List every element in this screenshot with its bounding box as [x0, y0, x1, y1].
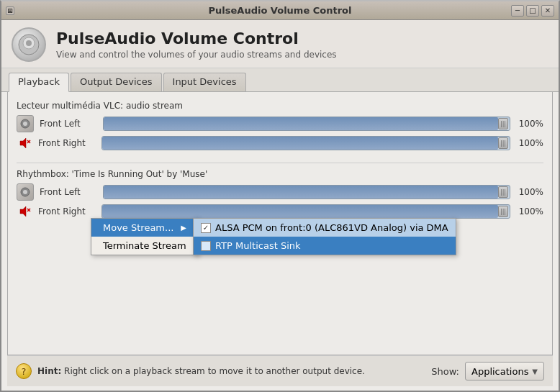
rhythmbox-stream-section: Rhythmbox: 'Time Is Running Out' by 'Mus…	[17, 169, 543, 219]
hint-icon: ?	[16, 363, 32, 379]
rhythmbox-front-left-row: Front Left ||| 100%	[17, 183, 543, 201]
app-title: PulseAudio Volume Control	[56, 29, 337, 47]
rhythmbox-front-right-row: Front Right ||| 100%	[17, 204, 543, 219]
context-terminate-stream[interactable]: Terminate Stream	[91, 237, 198, 255]
rhythmbox-front-right-handle[interactable]: |||	[498, 206, 508, 217]
close-button[interactable]: ✕	[541, 5, 554, 17]
show-dropdown[interactable]: Applications ▼	[465, 362, 544, 380]
vlc-front-right-label: Front Right	[38, 138, 96, 148]
main-window: ⊞ PulseAudio Volume Control − □ ✕ PulseA…	[0, 0, 560, 392]
rhythmbox-front-right-pct: 100%	[516, 206, 543, 216]
title-bar: ⊞ PulseAudio Volume Control − □ ✕	[1, 1, 559, 20]
rtp-checkbox-icon	[201, 241, 211, 251]
submenu-rtp-multicast[interactable]: RTP Multicast Sink	[194, 237, 456, 255]
vlc-front-left-label: Front Left	[40, 119, 97, 129]
app-icon	[12, 27, 46, 62]
window-title: PulseAudio Volume Control	[209, 5, 352, 16]
vlc-front-right-handle[interactable]: |||	[498, 137, 508, 149]
window-menu-button[interactable]: ⊞	[6, 6, 14, 15]
maximize-button[interactable]: □	[526, 5, 539, 17]
vlc-stream-section: Lecteur multimédia VLC: audio stream Fro…	[17, 101, 543, 151]
hint-bar: ? Hint: Right click on a playback stream…	[7, 355, 553, 386]
svg-point-2	[26, 40, 32, 46]
rhythmbox-front-left-slider[interactable]: |||	[103, 185, 510, 199]
rhythmbox-front-right-slider[interactable]: |||	[101, 204, 510, 219]
rhythmbox-stream-label: Rhythmbox: 'Time Is Running Out' by 'Mus…	[17, 169, 543, 179]
submenu-arrow-icon: ▶	[181, 224, 186, 232]
submenu: ✓ ALSA PCM on front:0 (ALC861VD Analog) …	[193, 218, 456, 255]
app-title-block: PulseAudio Volume Control View and contr…	[56, 29, 337, 60]
tabs-bar: Playback Output Devices Input Devices	[1, 68, 559, 92]
dropdown-arrow-icon: ▼	[532, 368, 538, 375]
rhythmbox-front-left-pct: 100%	[516, 187, 543, 197]
svg-marker-10	[20, 206, 26, 216]
vlc-icon	[17, 115, 34, 132]
tab-playback[interactable]: Playback	[9, 73, 69, 92]
vlc-mute-button[interactable]	[17, 135, 32, 151]
stream-divider	[17, 163, 543, 163]
tab-output-devices[interactable]: Output Devices	[71, 73, 162, 91]
tab-input-devices[interactable]: Input Devices	[163, 73, 246, 91]
svg-point-4	[23, 122, 27, 126]
alsa-checkbox-icon: ✓	[201, 223, 211, 233]
rhythmbox-mute-button[interactable]	[17, 204, 32, 219]
content-area: Lecteur multimédia VLC: audio stream Fro…	[7, 92, 553, 355]
vlc-front-right-pct: 100%	[516, 138, 543, 148]
vlc-front-right-row: Front Right ||| 100%	[17, 135, 543, 151]
rhythmbox-front-left-label: Front Left	[40, 187, 97, 197]
vlc-front-left-pct: 100%	[516, 119, 543, 129]
rhythmbox-front-right-label: Front Right	[38, 206, 96, 216]
vlc-front-left-handle[interactable]: |||	[498, 118, 508, 129]
app-header: PulseAudio Volume Control View and contr…	[1, 20, 559, 68]
vlc-stream-label: Lecteur multimédia VLC: audio stream	[17, 101, 543, 111]
app-subtitle: View and control the volumes of your aud…	[56, 50, 337, 60]
context-menu: Move Stream... ▶ Terminate Stream	[91, 218, 199, 255]
hint-text: Hint: Right click on a playback stream t…	[37, 366, 425, 376]
svg-marker-5	[20, 138, 26, 148]
submenu-alsa-pcm[interactable]: ✓ ALSA PCM on front:0 (ALC861VD Analog) …	[194, 219, 456, 237]
context-move-stream[interactable]: Move Stream... ▶	[91, 219, 198, 237]
vlc-front-left-row: Front Left ||| 100%	[17, 115, 543, 132]
title-bar-buttons: − □ ✕	[511, 5, 554, 17]
minimize-button[interactable]: −	[511, 5, 524, 17]
title-bar-left: ⊞	[6, 6, 14, 15]
vlc-front-left-slider[interactable]: |||	[103, 117, 510, 131]
rhythmbox-front-left-handle[interactable]: |||	[498, 186, 508, 198]
rhythmbox-icon	[17, 183, 34, 201]
vlc-front-right-slider[interactable]: |||	[101, 136, 510, 150]
svg-point-9	[23, 190, 27, 194]
show-label: Show:	[431, 366, 459, 377]
